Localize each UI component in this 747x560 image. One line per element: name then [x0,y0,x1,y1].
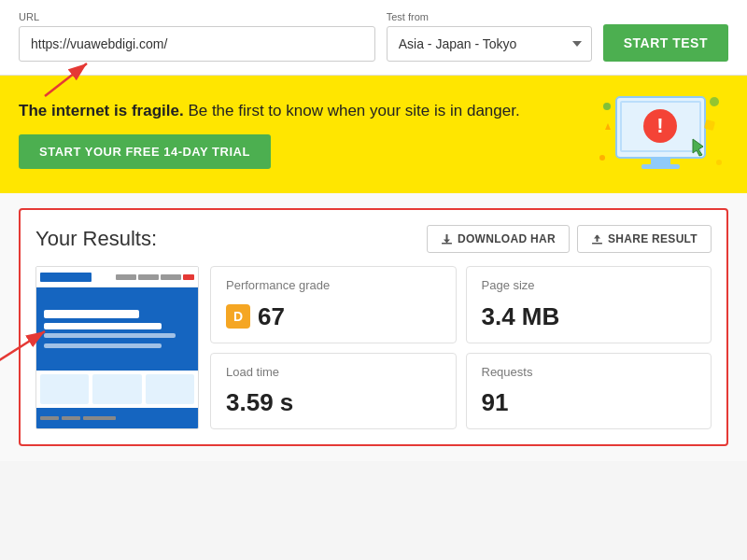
banner-text-normal: Be the first to know when your site is i… [184,102,520,119]
metric-label-performance: Performance grade [226,278,441,292]
banner-text-bold: The internet is fragile. [19,102,184,119]
mock-footer-item [83,416,116,420]
download-har-button[interactable]: DOWNLOAD HAR [427,225,570,253]
download-har-label: DOWNLOAD HAR [458,232,556,245]
mock-nav [116,274,194,280]
metric-card-pagesize: Page size 3.4 MB [466,266,712,343]
mock-footer [36,408,198,428]
results-section: Your Results: DOWNLOAD HAR [0,193,747,461]
svg-point-3 [710,97,719,106]
metric-value-requests: 91 [482,388,697,417]
metric-value-pagesize: 3.4 MB [482,302,697,331]
results-header: Your Results: DOWNLOAD HAR [35,225,712,253]
mock-nav-item [138,274,159,280]
svg-text:!: ! [656,114,663,137]
results-actions: DOWNLOAD HAR SHARE RESULT [427,225,712,253]
test-from-select[interactable]: Asia - Japan - Tokyo USA - California Eu… [387,26,592,62]
metric-label-pagesize: Page size [482,278,697,292]
test-from-label: Test from [387,11,592,22]
mock-hero-subtitle [44,323,162,329]
banner-text: The internet is fragile. Be the first to… [19,100,579,122]
mock-hero-text2 [44,343,162,348]
header-section: URL Test from Asia - Japan - Tokyo USA -… [0,0,747,76]
metrics-col: Performance grade D 67 Page size 3.4 MB … [210,266,712,429]
metric-label-requests: Requests [482,365,697,379]
mock-content-block [92,374,141,404]
svg-rect-11 [651,158,670,165]
screenshot-mockup [36,267,198,428]
mock-footer-item [40,416,59,420]
monitor-svg: ! [598,92,728,176]
svg-marker-21 [594,234,600,238]
mock-hero-title [44,310,139,318]
url-label: URL [19,11,375,22]
svg-line-23 [0,331,45,364]
mock-nav-item [116,274,136,280]
metric-value-performance: D 67 [226,302,441,331]
results-title: Your Results: [35,227,157,251]
metric-card-loadtime: Load time 3.59 s [210,353,457,430]
monitor-illustration: ! [598,92,728,176]
results-grid: Performance grade D 67 Page size 3.4 MB … [35,266,712,429]
metric-label-loadtime: Load time [226,365,441,379]
mock-content-block [146,374,194,404]
mock-hero-text1 [44,333,176,338]
share-result-button[interactable]: SHARE RESULT [577,225,712,253]
banner-section: The internet is fragile. Be the first to… [0,76,747,193]
svg-point-2 [603,103,611,110]
metric-value-loadtime: 3.59 s [226,388,441,417]
performance-score: 67 [258,302,285,331]
start-test-button[interactable]: START TEST [603,24,728,62]
mock-logo [40,273,92,282]
metric-card-performance: Performance grade D 67 [210,266,457,343]
svg-point-5 [599,155,605,161]
mock-nav-item [183,274,194,280]
mock-footer-item [62,416,80,420]
mock-hero [36,287,198,371]
website-screenshot [35,266,199,429]
mock-content [36,371,198,408]
svg-point-4 [716,160,722,165]
screenshot-col [35,266,199,429]
share-result-label: SHARE RESULT [608,232,698,245]
test-from-group: Test from Asia - Japan - Tokyo USA - Cal… [387,11,592,62]
grade-badge: D [226,304,250,329]
mock-content-block [40,374,89,404]
svg-rect-12 [641,164,680,169]
header-row: URL Test from Asia - Japan - Tokyo USA -… [19,11,728,62]
results-card: Your Results: DOWNLOAD HAR [19,208,728,446]
svg-rect-19 [592,243,602,245]
metric-card-requests: Requests 91 [466,353,712,430]
download-icon [441,233,453,245]
trial-button[interactable]: START YOUR FREE 14-DAY TRIAL [19,134,271,169]
svg-marker-15 [605,123,611,130]
mock-header [36,267,198,287]
banner-left: The internet is fragile. Be the first to… [19,100,598,170]
url-group: URL [19,11,375,62]
mock-nav-item [161,274,181,280]
share-icon [591,233,603,245]
screenshot-arrow [0,322,59,369]
url-input[interactable] [19,26,375,62]
svg-marker-18 [444,239,450,243]
